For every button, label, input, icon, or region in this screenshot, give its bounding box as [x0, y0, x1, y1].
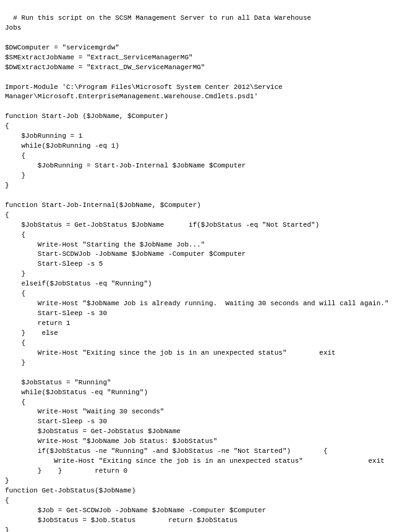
code-text: # Run this script on the SCSM Management… [5, 14, 389, 532]
code-block: # Run this script on the SCSM Management… [0, 0, 410, 532]
